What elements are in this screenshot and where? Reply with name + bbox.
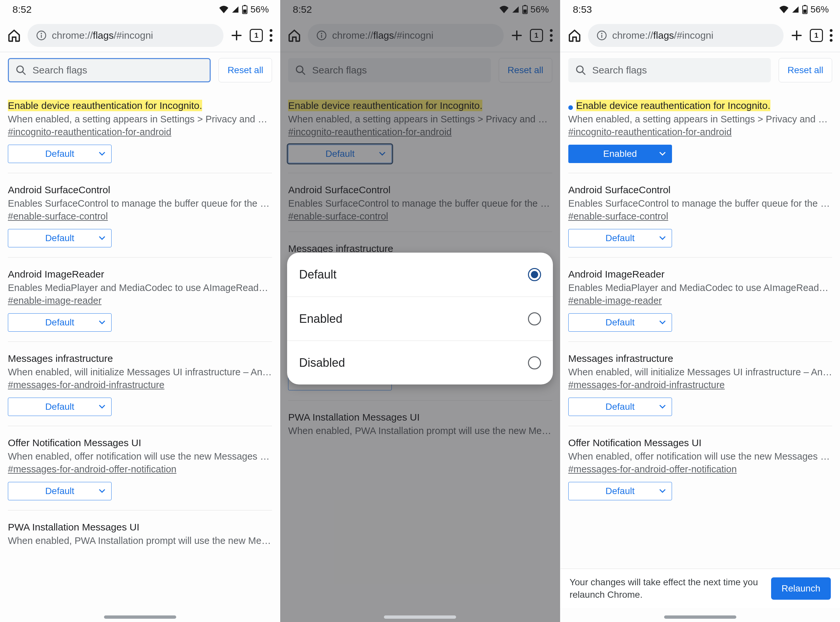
radio-icon — [528, 312, 541, 325]
svg-point-28 — [830, 39, 833, 42]
flag-item: Offer Notification Messages UI When enab… — [8, 437, 272, 511]
flag-anchor-link[interactable]: #messages-for-android-offer-notification — [568, 464, 737, 475]
svg-rect-1 — [244, 5, 246, 6]
flag-description: When enabled, offer notification will us… — [568, 451, 832, 462]
radio-icon — [528, 268, 541, 281]
flag-item: Android ImageReader Enables MediaPlayer … — [8, 269, 272, 342]
flag-anchor-link[interactable]: #enable-image-reader — [8, 295, 101, 306]
new-tab-icon[interactable] — [790, 29, 803, 42]
flag-item: Android SurfaceControl Enables SurfaceCo… — [8, 184, 272, 258]
flag-select[interactable]: Default — [8, 482, 111, 500]
flag-item: Messages infrastructure When enabled, wi… — [8, 353, 272, 426]
nav-handle[interactable] — [104, 616, 176, 619]
flag-select[interactable]: Default — [568, 229, 672, 247]
flag-description: When enabled, PWA Installation prompt wi… — [8, 535, 272, 546]
popup-option-enabled[interactable]: Enabled — [287, 297, 553, 340]
flag-select[interactable]: Default — [568, 398, 672, 416]
relaunch-bar: Your changes will take effect the next t… — [560, 569, 840, 608]
chevron-down-icon — [659, 489, 666, 493]
svg-rect-25 — [601, 35, 602, 38]
svg-point-24 — [601, 33, 602, 34]
flag-item: Offer Notification Messages UI When enab… — [568, 437, 832, 500]
info-icon — [36, 30, 47, 41]
relaunch-button[interactable]: Relaunch — [771, 578, 831, 600]
flag-anchor-link[interactable]: #messages-for-android-infrastructure — [8, 380, 165, 390]
nav-handle[interactable] — [384, 616, 456, 619]
home-icon[interactable] — [568, 29, 581, 42]
battery-icon — [242, 5, 248, 14]
flag-description: When enabled, will initialize Messages U… — [568, 367, 832, 378]
overflow-menu-icon[interactable] — [269, 29, 273, 42]
flag-title: Offer Notification Messages UI — [8, 437, 141, 448]
flag-anchor-link[interactable]: #messages-for-android-infrastructure — [568, 380, 725, 390]
flag-description: When enabled, a setting appears in Setti… — [568, 114, 832, 125]
status-bar: 8:53 56% — [560, 0, 840, 19]
flag-select[interactable]: Default — [568, 313, 672, 332]
tab-switcher-button[interactable]: 1 — [250, 29, 263, 42]
popup-option-default[interactable]: Default — [287, 253, 553, 297]
flag-select[interactable]: Default — [568, 482, 672, 500]
status-bar: 8:52 56% — [0, 0, 280, 19]
tab-switcher-button[interactable]: 1 — [810, 29, 823, 42]
clock: 8:52 — [12, 4, 32, 15]
chrome-toolbar: chrome://flags/#incogni 1 — [0, 19, 280, 52]
home-icon[interactable] — [7, 29, 21, 42]
flag-anchor-link[interactable]: #enable-surface-control — [568, 211, 668, 222]
url-text: chrome://flags/#incogni — [52, 30, 153, 41]
url-bar[interactable]: chrome://flags/#incogni — [27, 24, 223, 47]
flag-anchor-link[interactable]: #incognito-reauthentication-for-android — [8, 127, 171, 137]
flag-select[interactable]: Default — [8, 398, 111, 416]
wifi-icon — [779, 6, 789, 14]
flags-list: Enable device reauthentication for Incog… — [0, 88, 280, 622]
flag-description: Enables SurfaceControl to manage the buf… — [568, 198, 832, 209]
flag-title: Android ImageReader — [8, 269, 104, 279]
flags-list: Enable device reauthentication for Incog… — [560, 88, 840, 622]
flag-title: Enable device reauthentication for Incog… — [8, 100, 202, 111]
flag-select[interactable]: Default — [8, 229, 111, 247]
url-text: chrome://flags/#incogni — [612, 30, 713, 41]
search-input[interactable]: Search flags — [568, 58, 771, 82]
flag-title: Android SurfaceControl — [568, 184, 671, 195]
flag-item: Android SurfaceControl Enables SurfaceCo… — [568, 184, 832, 258]
reset-all-button[interactable]: Reset all — [779, 58, 832, 82]
chrome-toolbar: chrome://flags/#incogni 1 — [560, 19, 840, 52]
flag-select[interactable]: Enabled — [568, 145, 672, 163]
battery-pct: 56% — [250, 4, 269, 15]
svg-point-4 — [41, 33, 42, 34]
search-input[interactable]: Search flags — [8, 58, 210, 82]
svg-rect-2 — [243, 9, 246, 13]
chevron-down-icon — [99, 320, 105, 325]
flag-select[interactable]: Default — [8, 313, 111, 332]
nav-handle[interactable] — [664, 616, 736, 619]
clock: 8:53 — [573, 4, 592, 15]
flag-description: When enabled, will initialize Messages U… — [8, 367, 272, 378]
chevron-down-icon — [659, 236, 666, 241]
svg-point-6 — [270, 29, 273, 32]
flag-anchor-link[interactable]: #enable-image-reader — [568, 295, 662, 306]
new-tab-icon[interactable] — [230, 29, 243, 42]
reset-all-button[interactable]: Reset all — [218, 58, 272, 82]
flag-anchor-link[interactable]: #enable-surface-control — [8, 211, 108, 222]
flag-title: Enable device reauthentication for Incog… — [576, 100, 770, 111]
flag-title: Messages infrastructure — [568, 353, 673, 364]
modified-dot-icon — [568, 105, 573, 110]
screen-2: 8:52 56% chrome://flags/#incogni 1 Searc… — [280, 0, 560, 622]
popup-option-disabled[interactable]: Disabled — [287, 340, 553, 384]
chevron-down-icon — [659, 404, 666, 409]
flag-description: Enables MediaPlayer and MediaCodec to us… — [568, 282, 832, 293]
search-icon — [575, 65, 586, 76]
chevron-down-icon — [99, 152, 105, 156]
svg-rect-21 — [804, 5, 806, 6]
battery-icon — [802, 5, 808, 14]
search-row: Search flags Reset all — [560, 52, 840, 88]
search-icon — [15, 65, 27, 76]
flag-anchor-link[interactable]: #incognito-reauthentication-for-android — [568, 127, 732, 137]
chevron-down-icon — [99, 404, 105, 409]
flag-anchor-link[interactable]: #messages-for-android-offer-notification — [8, 464, 177, 475]
overflow-menu-icon[interactable] — [829, 29, 833, 42]
svg-point-26 — [830, 29, 833, 32]
flag-title: Android SurfaceControl — [8, 184, 110, 195]
flag-select[interactable]: Default — [8, 145, 111, 163]
chevron-down-icon — [659, 152, 666, 156]
url-bar[interactable]: chrome://flags/#incogni — [588, 24, 784, 47]
